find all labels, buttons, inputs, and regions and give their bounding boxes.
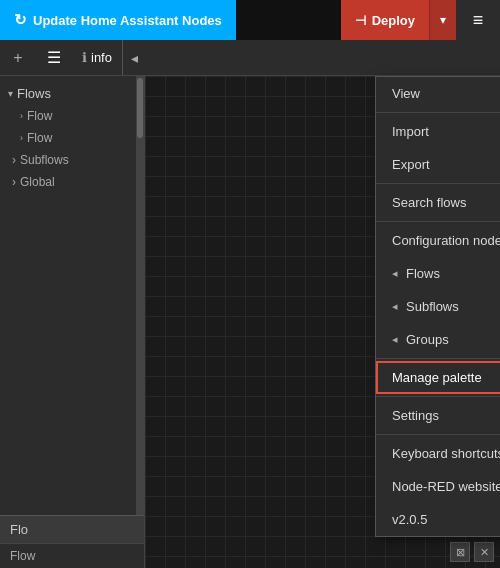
header-bar: ↻ Update Home Assistant Nodes ⊣ Deploy ▾… <box>0 0 500 40</box>
subflows-left-arrow-icon: ◂ <box>392 300 398 313</box>
menu-item-view[interactable]: View <box>376 77 500 110</box>
menu-import-label: Import <box>392 124 429 139</box>
menu-settings-label: Settings <box>392 408 439 423</box>
flo-tab-header[interactable]: Flo <box>0 515 145 543</box>
menu-flows-label: Flows <box>406 266 500 281</box>
flow-tab-item[interactable]: Flow <box>0 543 145 568</box>
menu-item-import[interactable]: Import <box>376 115 500 148</box>
hamburger-icon: ≡ <box>473 10 484 31</box>
restore-symbol: ⊠ <box>456 546 465 559</box>
menu-groups-label: Groups <box>406 332 500 347</box>
list-icon: ☰ <box>47 48 61 67</box>
update-button[interactable]: ↻ Update Home Assistant Nodes <box>0 0 236 40</box>
canvas-area: View Import Export Search flows Configur… <box>145 76 500 568</box>
menu-divider-1 <box>376 112 500 113</box>
sub-header: + ☰ ℹ info ◂ <box>0 40 500 76</box>
deploy-dropdown-arrow[interactable]: ▾ <box>429 0 456 40</box>
menu-item-settings[interactable]: Settings <box>376 399 500 432</box>
menu-view-label: View <box>392 86 420 101</box>
flow-tab-label: Flow <box>10 549 35 563</box>
info-icon: ℹ <box>82 50 87 65</box>
flow-2-label: Flow <box>27 131 52 145</box>
flow-1-label: Flow <box>27 109 52 123</box>
menu-item-node-red-website[interactable]: Node-RED website <box>376 470 500 503</box>
deploy-icon: ⊣ <box>355 13 366 28</box>
menu-item-version: v2.0.5 <box>376 503 500 536</box>
flows-header[interactable]: ▾ Flows <box>0 82 144 105</box>
flows-label: Flows <box>17 86 51 101</box>
deploy-button[interactable]: ⊣ Deploy <box>341 0 429 40</box>
subflows-chevron-icon: › <box>12 153 16 167</box>
collapse-arrow[interactable]: ◂ <box>123 50 146 66</box>
flows-chevron-icon: ▾ <box>8 88 13 99</box>
scrollbar-thumb <box>137 78 143 138</box>
deploy-label: Deploy <box>372 13 415 28</box>
menu-keyboard-shortcuts-label: Keyboard shortcuts <box>392 446 500 461</box>
sidebar-panel: ▾ Flows › Flow › Flow › Subflows › Globa… <box>0 76 145 568</box>
update-button-label: Update Home Assistant Nodes <box>33 13 222 28</box>
menu-config-nodes-label: Configuration nodes <box>392 233 500 248</box>
menu-item-flows[interactable]: ◂ Flows <box>376 257 500 290</box>
menu-item-manage-palette[interactable]: Manage palette <box>376 361 500 394</box>
plus-icon: + <box>13 49 22 67</box>
close-symbol: ✕ <box>480 546 489 559</box>
bottom-tabs: Flo Flow <box>0 515 145 568</box>
close-icon[interactable]: ✕ <box>474 542 494 562</box>
info-tab[interactable]: ℹ info <box>72 40 123 75</box>
bottom-right-icons: ⊠ ✕ <box>450 542 494 562</box>
menu-manage-palette-label: Manage palette <box>392 370 482 385</box>
flows-section: ▾ Flows › Flow › Flow › Subflows › Globa… <box>0 76 144 199</box>
sync-icon: ↻ <box>14 11 27 29</box>
menu-node-red-website-label: Node-RED website <box>392 479 500 494</box>
chevron-down-icon: ▾ <box>440 13 446 27</box>
restore-icon[interactable]: ⊠ <box>450 542 470 562</box>
hamburger-menu-button[interactable]: ≡ <box>456 0 500 40</box>
menu-divider-2 <box>376 183 500 184</box>
flow-item-1[interactable]: › Flow <box>0 105 144 127</box>
menu-search-flows-label: Search flows <box>392 195 466 210</box>
add-flow-button[interactable]: + <box>0 40 36 76</box>
menu-divider-5 <box>376 396 500 397</box>
global-chevron-icon: › <box>12 175 16 189</box>
sidebar-scrollbar[interactable] <box>136 76 144 568</box>
menu-divider-6 <box>376 434 500 435</box>
subflows-label: Subflows <box>20 153 69 167</box>
menu-item-search-flows[interactable]: Search flows <box>376 186 500 219</box>
flo-tab-label: Flo <box>10 522 28 537</box>
menu-version-label: v2.0.5 <box>392 512 427 527</box>
menu-divider-3 <box>376 221 500 222</box>
menu-item-keyboard-shortcuts[interactable]: Keyboard shortcuts <box>376 437 500 470</box>
deploy-group: ⊣ Deploy ▾ <box>341 0 456 40</box>
flow-1-chevron-icon: › <box>20 111 23 121</box>
menu-item-groups[interactable]: ◂ Groups <box>376 323 500 356</box>
list-view-button[interactable]: ☰ <box>36 40 72 76</box>
groups-left-arrow-icon: ◂ <box>392 333 398 346</box>
info-tab-label: info <box>91 50 112 65</box>
flow-item-2[interactable]: › Flow <box>0 127 144 149</box>
menu-item-subflows[interactable]: ◂ Subflows <box>376 290 500 323</box>
dropdown-menu: View Import Export Search flows Configur… <box>375 76 500 537</box>
global-item[interactable]: › Global <box>0 171 144 193</box>
menu-divider-4 <box>376 358 500 359</box>
global-label: Global <box>20 175 55 189</box>
menu-item-config-nodes[interactable]: Configuration nodes <box>376 224 500 257</box>
flows-left-arrow-icon: ◂ <box>392 267 398 280</box>
menu-export-label: Export <box>392 157 430 172</box>
menu-subflows-label: Subflows <box>406 299 500 314</box>
flow-2-chevron-icon: › <box>20 133 23 143</box>
subflows-item[interactable]: › Subflows <box>0 149 144 171</box>
menu-item-export[interactable]: Export <box>376 148 500 181</box>
main-area: ▾ Flows › Flow › Flow › Subflows › Globa… <box>0 76 500 568</box>
